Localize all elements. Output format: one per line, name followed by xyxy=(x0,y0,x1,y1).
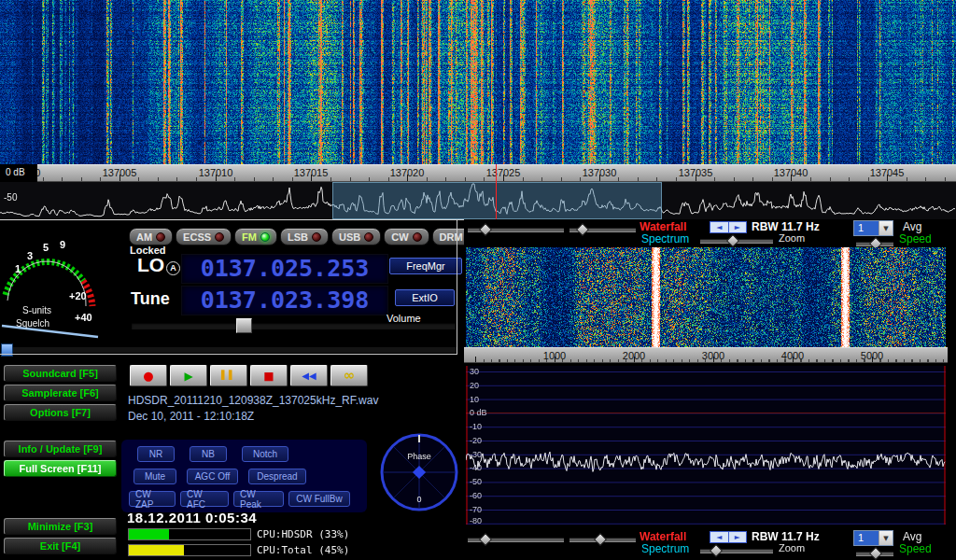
pause-button[interactable]: ▌▌ xyxy=(210,365,247,386)
slider-handle[interactable] xyxy=(479,223,492,236)
slider-handle[interactable] xyxy=(576,223,589,236)
avg-select-top[interactable]: 1 ▼ xyxy=(853,220,893,236)
slider-handle[interactable] xyxy=(594,533,607,546)
audio-spectrum-canvas[interactable] xyxy=(466,366,946,525)
rewind-button[interactable]: ◀◀ xyxy=(290,365,328,386)
main-frequency-ruler[interactable]: 137000 137005 137010 137015 137020 13702… xyxy=(0,164,956,182)
scroll-right-icon[interactable]: ► xyxy=(728,532,747,542)
main-waterfall-canvas[interactable] xyxy=(0,0,956,164)
agc-off-button[interactable]: AGC Off xyxy=(187,469,238,484)
play-icon: ▶ xyxy=(184,371,192,382)
record-button[interactable]: ● xyxy=(130,365,167,386)
mode-drm-label: DRM xyxy=(440,231,463,243)
mode-cw-button[interactable]: CW xyxy=(384,228,429,245)
fullscreen-button[interactable]: Full Screen [F11] xyxy=(4,460,117,477)
db-label: 10 xyxy=(470,395,479,404)
rewind-icon: ◀◀ xyxy=(302,371,316,381)
passband-selection[interactable] xyxy=(332,182,662,219)
recording-timestamp: Dec 10, 2011 - 12:10:18Z xyxy=(128,410,254,423)
zoom-slider-top[interactable] xyxy=(700,239,773,244)
waterfall-contrast-slider-bottom[interactable] xyxy=(468,538,564,542)
mode-button-row: AM ECSS FM LSB USB CW DRM xyxy=(129,228,484,245)
ruler-label: 137035 xyxy=(679,167,713,178)
notch-button[interactable]: Notch xyxy=(242,446,288,462)
slider-handle[interactable] xyxy=(479,533,492,546)
soundcard-button[interactable]: Soundcard [F5] xyxy=(4,365,117,382)
waterfall-contrast-slider-top[interactable] xyxy=(468,228,564,232)
exit-button[interactable]: Exit [F4] xyxy=(4,538,117,554)
ecss-led-icon xyxy=(215,232,224,242)
mode-usb-label: USB xyxy=(339,231,360,243)
mode-am-button[interactable]: AM xyxy=(129,228,173,245)
scroll-left-icon[interactable]: ◄ xyxy=(710,222,728,232)
ruler-label: 137030 xyxy=(583,167,617,178)
zoom-slider-bottom[interactable] xyxy=(700,549,773,553)
cpu-total-bar xyxy=(128,544,251,556)
speed-label-top: Speed xyxy=(899,232,932,245)
avg-select-value: 1 xyxy=(854,531,879,545)
spectrum-tab-label-top[interactable]: Spectrum xyxy=(641,232,689,245)
scroll-right-icon[interactable]: ► xyxy=(728,222,747,232)
waterfall-tab-label-bottom[interactable]: Waterfall xyxy=(640,530,686,543)
mode-ecss-button[interactable]: ECSS xyxy=(176,228,232,245)
nb-button[interactable]: NB xyxy=(190,446,227,462)
stop-button[interactable]: ■ xyxy=(250,365,288,386)
slider-handle[interactable] xyxy=(869,547,882,560)
samplerate-button[interactable]: Samplerate [F6] xyxy=(4,385,117,401)
rbw-label-top: RBW 11.7 Hz xyxy=(752,220,820,233)
slider-handle[interactable] xyxy=(710,544,723,557)
speed-slider-bottom[interactable] xyxy=(856,552,893,556)
ruler-label: 137010 xyxy=(199,167,233,178)
nr-button[interactable]: NR xyxy=(137,446,175,462)
speed-slider-top[interactable] xyxy=(856,242,893,246)
s-meter-tick: 5 xyxy=(43,242,49,253)
mode-fm-button[interactable]: FM xyxy=(234,228,277,245)
mode-usb-button[interactable]: USB xyxy=(331,228,381,245)
tune-frequency-display[interactable]: 0137.023.398 xyxy=(181,286,388,315)
main-spectrum[interactable]: 0 dB -50 xyxy=(0,182,956,219)
cw-peak-button[interactable]: CW Peak xyxy=(233,491,284,507)
hdsdr-window: 137000 137005 137010 137015 137020 13702… xyxy=(0,0,956,560)
info-update-button[interactable]: Info / Update [F9] xyxy=(4,441,117,457)
avg-select-value: 1 xyxy=(854,221,879,235)
stop-icon: ■ xyxy=(263,371,274,382)
audio-waterfall-canvas[interactable] xyxy=(466,247,946,347)
volume-slider-track[interactable] xyxy=(131,322,457,330)
waterfall-brightness-slider-bottom[interactable] xyxy=(569,538,636,542)
scroll-left-icon[interactable]: ◄ xyxy=(710,532,728,542)
waterfall-brightness-slider-top[interactable] xyxy=(569,228,636,232)
freqmgr-button[interactable]: FreqMgr xyxy=(389,258,462,274)
scroll-arrows-bottom[interactable]: ◄ ► xyxy=(710,531,747,543)
cpu-hdsdr-bar xyxy=(128,528,251,540)
minimize-button[interactable]: Minimize [F3] xyxy=(4,518,117,535)
cw-afc-button[interactable]: CW AFC xyxy=(180,491,229,507)
display-controls-top: Waterfall Spectrum ◄ ► RBW 11.7 Hz Zoom … xyxy=(464,219,956,247)
cw-fullbw-button[interactable]: CW FullBw xyxy=(288,491,350,507)
audio-spectrum[interactable]: 30 20 10 0 dB -10 -20 -30 -40 -50 -60 -7… xyxy=(466,366,946,525)
lo-frequency-display[interactable]: 0137.025.253 xyxy=(181,254,388,284)
despread-button[interactable]: Despread xyxy=(248,469,306,484)
mode-lsb-label: LSB xyxy=(288,231,308,243)
spectrum-tab-label-bottom[interactable]: Spectrum xyxy=(641,542,689,555)
play-button[interactable]: ▶ xyxy=(170,365,207,386)
audio-frequency-scale[interactable]: 1000 2000 3000 4000 5000 xyxy=(464,347,948,363)
scroll-arrows-top[interactable]: ◄ ► xyxy=(710,221,747,233)
recording-filename: HDSDR_20111210_120938Z_137025kHz_RF.wav xyxy=(128,394,378,407)
slider-handle[interactable] xyxy=(726,234,739,247)
dropdown-arrow-icon[interactable]: ▼ xyxy=(879,221,893,235)
mute-button[interactable]: Mute xyxy=(134,469,176,484)
options-button[interactable]: Options [F7] xyxy=(4,404,117,421)
mode-lsb-button[interactable]: LSB xyxy=(280,228,329,245)
waterfall-tab-label-top[interactable]: Waterfall xyxy=(640,220,686,233)
panel-divider-horizontal xyxy=(0,354,457,355)
db-label: -30 xyxy=(470,450,482,459)
avg-select-bottom[interactable]: 1 ▼ xyxy=(853,530,893,546)
cw-zap-button[interactable]: CW ZAP xyxy=(129,491,176,507)
loop-button[interactable]: ∞ xyxy=(330,365,368,386)
volume-slider-handle[interactable] xyxy=(236,318,252,333)
control-panel: 1 3 5 9 +20 +40 S-units Squelch AM ECSS … xyxy=(0,219,464,560)
extio-button[interactable]: ExtIO xyxy=(395,289,455,306)
lo-lock-badge[interactable]: A xyxy=(166,261,180,275)
squelch-slider-track[interactable] xyxy=(2,346,458,354)
dropdown-arrow-icon[interactable]: ▼ xyxy=(879,531,893,545)
